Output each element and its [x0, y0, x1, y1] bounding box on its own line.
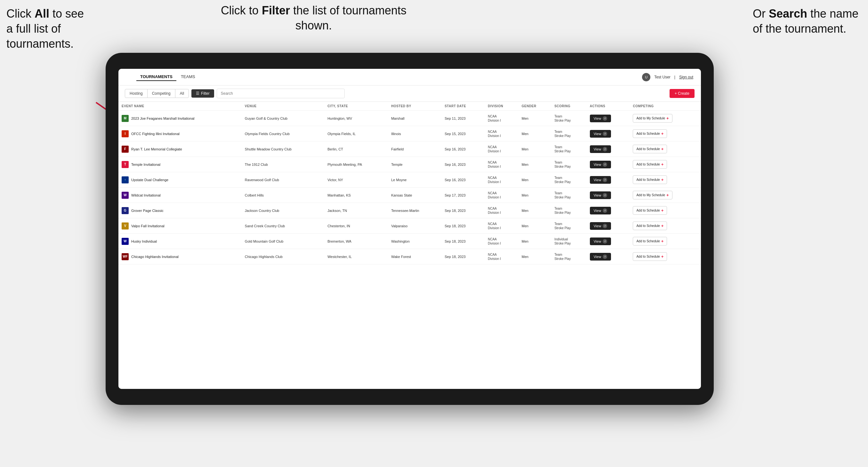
- annotation-top-center: Click to Filter the list of tournaments …: [218, 3, 410, 33]
- cell-date-6: Sep 18, 2023: [441, 203, 485, 218]
- cell-actions-3: View i: [587, 157, 630, 172]
- event-name-text-6: Grover Page Classic: [131, 209, 163, 213]
- table-row: WF Chicago Highlands Invitational Chicag…: [118, 249, 701, 264]
- all-filter-btn[interactable]: All: [175, 89, 189, 98]
- col-start-date: START DATE: [441, 102, 485, 111]
- add-schedule-button-1[interactable]: Add to Schedule +: [633, 129, 667, 138]
- col-competing: COMPETING: [629, 102, 701, 111]
- table-row: G Grover Page Classic Jackson Country Cl…: [118, 203, 701, 218]
- cell-division-5: NCAADivision I: [485, 188, 519, 203]
- team-icon-7: V: [122, 222, 129, 229]
- tablet-screen: TOURNAMENTS TEAMS U Test User | Sign out…: [118, 69, 701, 389]
- cell-hosted-5: Kansas State: [388, 188, 441, 203]
- header-right: U Test User | Sign out: [642, 73, 693, 81]
- event-name-text-9: Chicago Highlands Invitational: [131, 255, 179, 259]
- competing-filter-btn[interactable]: Competing: [148, 89, 175, 98]
- info-icon-1: i: [603, 131, 607, 136]
- cell-date-7: Sep 18, 2023: [441, 218, 485, 234]
- cell-division-1: NCAADivision I: [485, 126, 519, 142]
- app-header: TOURNAMENTS TEAMS U Test User | Sign out: [118, 69, 701, 86]
- cell-hosted-6: Tennessee-Martin: [388, 203, 441, 218]
- cell-gender-9: Men: [519, 249, 551, 264]
- team-icon-1: I: [122, 130, 129, 137]
- view-button-2[interactable]: View i: [590, 145, 611, 153]
- cell-actions-5: View i: [587, 188, 630, 203]
- add-schedule-button-9[interactable]: Add to Schedule +: [633, 252, 667, 261]
- add-schedule-button-3[interactable]: Add to Schedule +: [633, 160, 667, 169]
- filter-main-button[interactable]: ☰ Filter: [191, 89, 214, 98]
- cell-event-name-4: ↑ Upstate Dual Challenge: [118, 172, 242, 188]
- event-name-text-2: Ryan T. Lee Memorial Collegiate: [131, 147, 182, 151]
- team-icon-8: W: [122, 238, 129, 245]
- annotation-top-left: Click All to see a full list of tourname…: [6, 6, 93, 51]
- sign-out-link[interactable]: Sign out: [679, 75, 693, 80]
- table-header-row: EVENT NAME VENUE CITY, STATE HOSTED BY S…: [118, 102, 701, 111]
- cell-competing-9: Add to Schedule +: [629, 249, 701, 264]
- cell-division-6: NCAADivision I: [485, 203, 519, 218]
- cell-scoring-9: TeamStroke Play: [551, 249, 587, 264]
- add-schedule-button-8[interactable]: Add to Schedule +: [633, 237, 667, 246]
- view-button-4[interactable]: View i: [590, 176, 611, 184]
- hosting-filter-btn[interactable]: Hosting: [125, 89, 148, 98]
- col-venue: VENUE: [242, 102, 324, 111]
- event-name-text-4: Upstate Dual Challenge: [131, 178, 168, 182]
- cell-city-0: Huntington, WV: [324, 111, 388, 126]
- cell-venue-1: Olympia Fields Country Club: [242, 126, 324, 142]
- cell-city-6: Jackson, TN: [324, 203, 388, 218]
- plus-icon-3: +: [661, 162, 664, 167]
- view-button-7[interactable]: View i: [590, 222, 611, 230]
- cell-division-8: NCAADivision I: [485, 234, 519, 249]
- search-input[interactable]: [217, 89, 345, 98]
- table-row: M 2023 Joe Feaganes Marshall Invitationa…: [118, 111, 701, 126]
- filter-icon: ☰: [196, 91, 199, 96]
- add-schedule-button-6[interactable]: Add to Schedule +: [633, 206, 667, 215]
- cell-division-9: NCAADivision I: [485, 249, 519, 264]
- info-icon-6: i: [603, 208, 607, 213]
- col-event-name: EVENT NAME: [118, 102, 242, 111]
- main-nav: TOURNAMENTS TEAMS: [136, 73, 199, 81]
- cell-city-2: Berlin, CT: [324, 142, 388, 157]
- info-icon-2: i: [603, 147, 607, 151]
- cell-scoring-3: TeamStroke Play: [551, 157, 587, 172]
- add-schedule-button-7[interactable]: Add to Schedule +: [633, 221, 667, 230]
- add-schedule-button-4[interactable]: Add to Schedule +: [633, 176, 667, 184]
- cell-gender-3: Men: [519, 157, 551, 172]
- cell-competing-7: Add to Schedule +: [629, 218, 701, 234]
- cell-division-4: NCAADivision I: [485, 172, 519, 188]
- view-button-9[interactable]: View i: [590, 253, 611, 260]
- cell-gender-1: Men: [519, 126, 551, 142]
- view-button-1[interactable]: View i: [590, 130, 611, 137]
- add-schedule-button-5[interactable]: Add to My Schedule +: [633, 191, 672, 199]
- cell-date-0: Sep 11, 2023: [441, 111, 485, 126]
- cell-hosted-7: Valparaiso: [388, 218, 441, 234]
- cell-gender-5: Men: [519, 188, 551, 203]
- cell-division-3: NCAADivision I: [485, 157, 519, 172]
- add-schedule-button-2[interactable]: Add to Schedule +: [633, 145, 667, 153]
- plus-icon-1: +: [661, 131, 664, 136]
- tablet-device: TOURNAMENTS TEAMS U Test User | Sign out…: [105, 53, 714, 405]
- cell-event-name-8: W Husky Individual: [118, 234, 242, 249]
- cell-venue-7: Sand Creek Country Club: [242, 218, 324, 234]
- view-button-3[interactable]: View i: [590, 161, 611, 168]
- cell-event-name-9: WF Chicago Highlands Invitational: [118, 249, 242, 264]
- cell-event-name-1: I OFCC Fighting Illini Invitational: [118, 126, 242, 142]
- event-name-text-3: Temple Invitational: [131, 163, 160, 166]
- cell-hosted-2: Fairfield: [388, 142, 441, 157]
- nav-tab-teams[interactable]: TEAMS: [177, 73, 199, 81]
- create-button[interactable]: + Create: [670, 89, 694, 98]
- cell-competing-3: Add to Schedule +: [629, 157, 701, 172]
- view-button-5[interactable]: View i: [590, 191, 611, 199]
- plus-icon-0: +: [666, 116, 669, 121]
- add-schedule-button-0[interactable]: Add to My Schedule +: [633, 114, 672, 123]
- cell-event-name-7: V Valpo Fall Invitational: [118, 218, 242, 234]
- table-row: W Husky Individual Gold Mountain Golf Cl…: [118, 234, 701, 249]
- team-icon-4: ↑: [122, 176, 129, 183]
- view-button-6[interactable]: View i: [590, 207, 611, 214]
- col-actions: ACTIONS: [587, 102, 630, 111]
- table-row: W Wildcat Invitational Colbert Hills Man…: [118, 188, 701, 203]
- cell-city-9: Westchester, IL: [324, 249, 388, 264]
- view-button-8[interactable]: View i: [590, 238, 611, 245]
- view-button-0[interactable]: View i: [590, 115, 611, 122]
- nav-tab-tournaments[interactable]: TOURNAMENTS: [136, 73, 176, 81]
- cell-date-8: Sep 18, 2023: [441, 234, 485, 249]
